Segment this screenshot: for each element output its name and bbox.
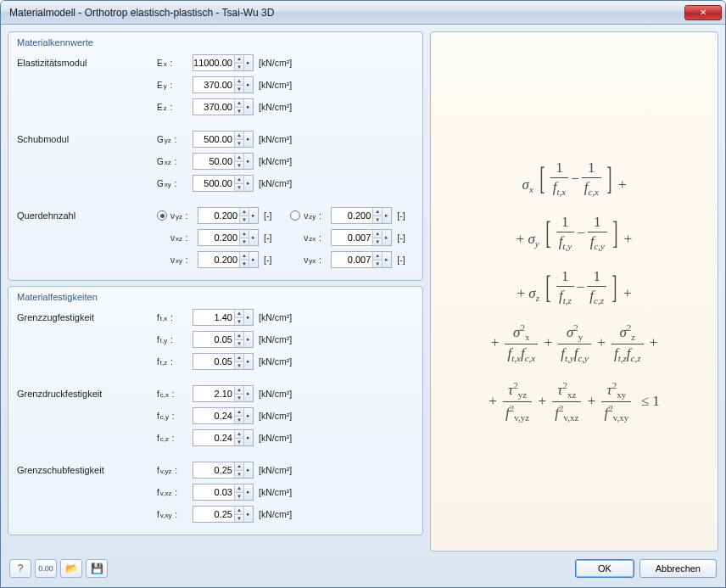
help-button[interactable]: ? (9, 559, 31, 578)
symbol-fvxy: fv,xy : (157, 510, 193, 519)
symbol-Ez: Ez : (157, 103, 193, 112)
tsai-wu-formula: σx [ 1ft,x − 1fc,x ] + + σy [ 1ft,y − 1f… (489, 144, 660, 439)
parameters-column: Materialkennwerte Elastizitätsmodul Ex :… (8, 31, 423, 552)
input-ftx[interactable]: ▲▼▸ (193, 309, 254, 326)
input-fcx[interactable]: ▲▼▸ (193, 385, 254, 402)
label-grenzzugfestigkeit: Grenzzugfestigkeit (17, 312, 157, 322)
symbol-Ey: Ey : (157, 81, 193, 90)
radio-vyz[interactable] (157, 210, 167, 221)
input-vzx[interactable]: ▲▼▸ (331, 229, 392, 246)
symbol-fcx: fc,x : (157, 389, 193, 399)
symbol-fcy: fc,y : (157, 412, 193, 421)
symbol-fvyz: fv,yz : (157, 466, 193, 475)
input-fcy[interactable]: ▲▼▸ (193, 407, 254, 424)
window-title: Materialmodell - Orthotrop elastisch-pla… (9, 7, 684, 19)
symbol-Gxz: Gxz : (157, 157, 193, 166)
symbol-vyx: νyx : (304, 255, 331, 265)
save-tool-button[interactable]: 💾 (86, 559, 108, 578)
symbol-vxz: νxz : (170, 233, 198, 243)
input-fvxy[interactable]: ▲▼▸ (193, 506, 254, 523)
input-Gxz[interactable]: ▲▼▸ (193, 153, 254, 170)
formula-column: σx [ 1ft,x − 1fc,x ] + + σy [ 1ft,y − 1f… (430, 31, 718, 552)
footer: ? 0.00 📂 💾 OK Abbrechen (8, 552, 718, 580)
label-grenzschubfestigkeit: Grenzschubfestigkeit (17, 465, 157, 475)
input-vxy[interactable]: ▲▼▸ (198, 251, 259, 268)
group-materialkennwerte: Materialkennwerte Elastizitätsmodul Ex :… (8, 31, 423, 281)
input-fcz[interactable]: ▲▼▸ (193, 429, 254, 446)
input-Ez[interactable]: ▲▼▸ (193, 98, 254, 115)
input-fvyz[interactable]: ▲▼▸ (193, 462, 254, 479)
input-vzy[interactable]: ▲▼▸ (331, 207, 392, 224)
symbol-Gxy: Gxy : (157, 179, 193, 188)
input-vyx[interactable]: ▲▼▸ (331, 251, 392, 268)
ok-button[interactable]: OK (575, 559, 634, 578)
input-fvxz[interactable]: ▲▼▸ (193, 484, 254, 501)
label-querdehnzahl: Querdehnzahl (17, 210, 157, 221)
input-Ey[interactable]: ▲▼▸ (193, 76, 254, 93)
label-grenzdruckfestigkeit: Grenzdruckfestigkeit (17, 389, 157, 399)
symbol-fvxz: fv,xz : (157, 488, 193, 497)
group-title-materialfestigkeiten: Materialfestigkeiten (17, 292, 414, 302)
formula-panel: σx [ 1ft,x − 1fc,x ] + + σy [ 1ft,y − 1f… (430, 31, 718, 552)
import-button[interactable]: 📂 (60, 559, 82, 578)
close-icon: ✕ (700, 8, 706, 17)
label-schubmodul: Schubmodul (17, 134, 157, 144)
radio-vzy[interactable] (290, 210, 300, 221)
symbol-fcz: fc,z : (157, 434, 193, 443)
input-Gyz[interactable]: ▲▼▸ (193, 131, 254, 148)
unit-kncm2: [kN/cm²] (259, 58, 292, 68)
symbol-Gyz: Gyz : (157, 135, 193, 144)
input-fty[interactable]: ▲▼▸ (193, 331, 254, 348)
ruler-icon: 0.00 (38, 564, 53, 573)
input-Ex[interactable]: ▲▼▸ (193, 54, 254, 71)
input-vyz[interactable]: ▲▼▸ (198, 207, 259, 224)
input-ftz[interactable]: ▲▼▸ (193, 353, 254, 370)
symbol-vxy: νxy : (170, 255, 198, 265)
folder-open-icon: 📂 (65, 563, 78, 574)
close-button[interactable]: ✕ (684, 5, 722, 20)
symbol-ftx: ft,x : (157, 313, 193, 322)
units-button[interactable]: 0.00 (35, 559, 57, 578)
cancel-button[interactable]: Abbrechen (639, 559, 717, 578)
label-elastizitaetsmodul: Elastizitätsmodul (17, 58, 157, 68)
spin-up-icon[interactable]: ▲ (235, 55, 243, 63)
input-Gxy[interactable]: ▲▼▸ (193, 175, 254, 192)
symbol-Ex: Ex : (157, 59, 193, 68)
spin-down-icon[interactable]: ▼ (235, 63, 243, 70)
symbol-vzx: νzx : (304, 233, 331, 243)
columns: Materialkennwerte Elastizitätsmodul Ex :… (8, 31, 718, 552)
save-icon: 💾 (91, 563, 103, 574)
symbol-fty: ft,y : (157, 335, 193, 344)
group-title-materialkennwerte: Materialkennwerte (17, 37, 414, 48)
titlebar: Materialmodell - Orthotrop elastisch-pla… (1, 1, 725, 25)
input-vxz[interactable]: ▲▼▸ (198, 229, 259, 246)
symbol-vyz: νyz : (170, 211, 198, 221)
content-area: Materialkennwerte Elastizitätsmodul Ex :… (1, 25, 725, 587)
symbol-ftz: ft,z : (157, 357, 193, 367)
help-icon: ? (18, 563, 24, 574)
spin-ext-icon[interactable]: ▸ (243, 55, 253, 70)
symbol-vzy: νzy : (304, 211, 331, 221)
group-materialfestigkeiten: Materialfestigkeiten Grenzzugfestigkeit … (8, 286, 423, 535)
